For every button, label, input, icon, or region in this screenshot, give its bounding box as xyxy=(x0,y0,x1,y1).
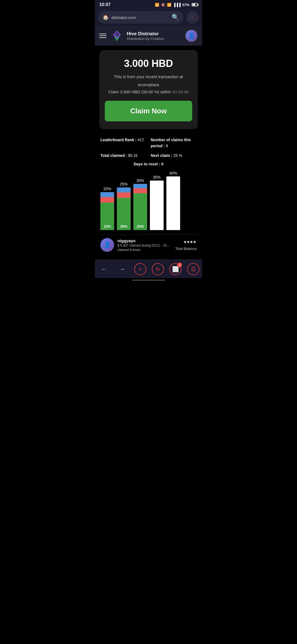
chart-bar-1: 20% 15% xyxy=(100,187,114,230)
bar-1-inner-label: 15% xyxy=(100,224,114,228)
status-icons: 📶 🔇 📶 ▐▐▐ 57% xyxy=(155,3,198,7)
claims-this-period: Number of claims this period : 8 xyxy=(151,136,197,150)
leaderboard-value: #17 xyxy=(138,138,144,142)
status-time: 10:07 xyxy=(99,2,111,7)
address-bar: 🏠 distriator.com 🔍 ♡ xyxy=(95,9,202,26)
url-container[interactable]: 🏠 distriator.com 🔍 xyxy=(98,11,183,24)
battery-icon xyxy=(192,3,198,6)
total-claimed-value: $5.31 xyxy=(128,153,138,158)
bar-3-inner-label: 25% xyxy=(133,224,147,228)
forward-button[interactable]: → xyxy=(116,264,128,274)
svg-text:D: D xyxy=(115,33,118,37)
main-content: 3.000 HBD This is from your recent trans… xyxy=(95,46,202,260)
bar-2-inner-label: 20% xyxy=(117,224,131,228)
logo-container: D Hive Distriator Distribution by Creati… xyxy=(110,29,164,42)
claim-description-line1: This is from your recent transaction at xyxy=(105,74,192,80)
claim-description-line2: econoplaza xyxy=(105,82,192,88)
stats-grid: Leaderboard Rank : #17 Number of claims … xyxy=(100,136,197,160)
avatar-placeholder: 👤 xyxy=(186,30,197,42)
bottom-navigation: ← → + ↻ ⬜ 2 ☰ xyxy=(95,260,202,278)
claim-amount: 3.000 HBD xyxy=(105,58,192,69)
home-indicator xyxy=(132,280,165,281)
user-avatar-small: 👤 xyxy=(100,238,114,252)
add-tab-button[interactable]: + xyxy=(134,263,146,275)
url-text: distriator.com xyxy=(111,15,169,20)
signal-icon: ▐▐▐ xyxy=(173,3,181,7)
chart-bar-3: 30% 25% xyxy=(133,178,147,230)
next-claim: Next claim : 25 % xyxy=(151,151,197,160)
bar-2-top-label: 25% xyxy=(120,182,128,186)
user-balance: **** Total Balance xyxy=(175,239,197,251)
mute-icon: 🔇 xyxy=(161,3,165,7)
user-avatar-button[interactable]: 👤 xyxy=(185,29,198,42)
claim-info-text: Claim 3.000 HBD (30.00 %) within xyxy=(108,89,171,94)
user-info: 👤 niggyayo $ 5.307 claimed during 01/11 … xyxy=(100,238,169,252)
chart-bars: 20% 15% 25% 20% 30 xyxy=(100,175,197,230)
sim-icon: 📶 xyxy=(155,3,159,7)
user-stats-line2: claimed 8 times xyxy=(117,248,169,252)
app-name: Hive Distriator xyxy=(127,31,164,37)
battery-percent: 57% xyxy=(182,3,189,7)
browser-menu-button[interactable]: ☰ xyxy=(187,263,199,275)
chart-section: 20% 15% 25% 20% 30 xyxy=(99,173,198,234)
countdown-timer: 01:59:40 xyxy=(173,89,189,94)
user-row: 👤 niggyayo $ 5.307 claimed during 01/11 … xyxy=(99,234,198,255)
app-header: D Hive Distriator Distribution by Creati… xyxy=(95,26,202,46)
next-claim-value: 25 % xyxy=(173,153,182,158)
user-stats-line1: $ 5.307 claimed during 01/11 - 15... xyxy=(117,244,169,247)
menu-line-2 xyxy=(99,36,106,36)
stats-section: Leaderboard Rank : #17 Number of claims … xyxy=(99,136,198,166)
home-icon: 🏠 xyxy=(103,14,109,20)
app-subtitle: Distribution by Creation xyxy=(127,37,164,41)
chart-bar-4: 35% xyxy=(150,175,164,230)
username: niggyayo xyxy=(117,238,169,243)
tabs-button[interactable]: ⬜ 2 xyxy=(169,263,182,275)
leaderboard-rank: Leaderboard Rank : #17 xyxy=(100,136,146,150)
app-logo: D xyxy=(110,29,123,42)
chart-bar-2: 25% 20% xyxy=(117,182,131,230)
wifi-icon: 📶 xyxy=(167,3,171,7)
chart-bar-5: 40% xyxy=(166,171,180,230)
bar-1-top-label: 20% xyxy=(103,187,111,191)
claim-card: 3.000 HBD This is from your recent trans… xyxy=(99,50,198,129)
bar-5-top-label: 40% xyxy=(169,171,177,175)
bar-4-top-label: 35% xyxy=(153,175,161,179)
menu-line-3 xyxy=(99,37,106,38)
balance-label: Total Balance xyxy=(175,247,197,251)
favorites-button[interactable]: ♡ xyxy=(186,11,199,24)
app-title: Hive Distriator Distribution by Creation xyxy=(127,31,164,41)
menu-line-1 xyxy=(99,34,106,34)
bar-3-top-label: 30% xyxy=(136,178,144,183)
status-bar: 10:07 📶 🔇 📶 ▐▐▐ 57% xyxy=(95,0,202,9)
balance-stars: **** xyxy=(175,239,197,247)
search-button[interactable]: 🔍 xyxy=(172,14,179,21)
hamburger-menu-button[interactable] xyxy=(99,34,106,38)
user-details: niggyayo $ 5.307 claimed during 01/11 - … xyxy=(117,238,169,252)
days-to-reset: Days to reset : 0 xyxy=(100,162,197,166)
tabs-badge: 2 xyxy=(177,263,182,268)
total-claimed: Total claimed : $5.31 xyxy=(100,151,146,160)
browser-menu-icon: ☰ xyxy=(191,266,196,272)
claim-timer-row: Claim 3.000 HBD (30.00 %) within 01:59:4… xyxy=(105,89,192,94)
refresh-button[interactable]: ↻ xyxy=(152,263,164,275)
claim-now-button[interactable]: Claim Now xyxy=(105,101,192,121)
claims-value: 8 xyxy=(166,144,168,148)
back-button[interactable]: ← xyxy=(98,264,110,274)
